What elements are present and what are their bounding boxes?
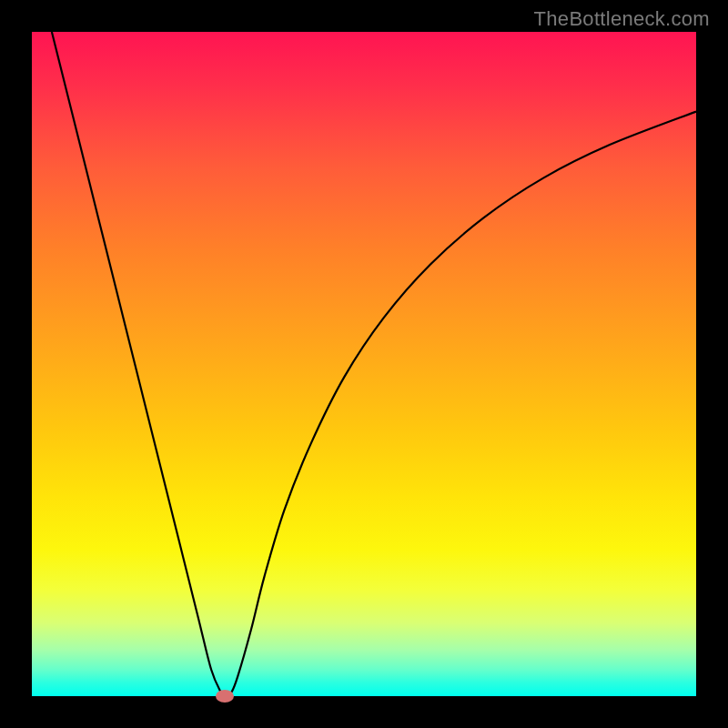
optimum-marker-icon bbox=[216, 690, 234, 703]
curve-layer bbox=[32, 32, 696, 696]
bottleneck-curve bbox=[52, 32, 696, 696]
chart-frame: TheBottleneck.com bbox=[0, 0, 728, 728]
watermark-text: TheBottleneck.com bbox=[534, 7, 710, 31]
